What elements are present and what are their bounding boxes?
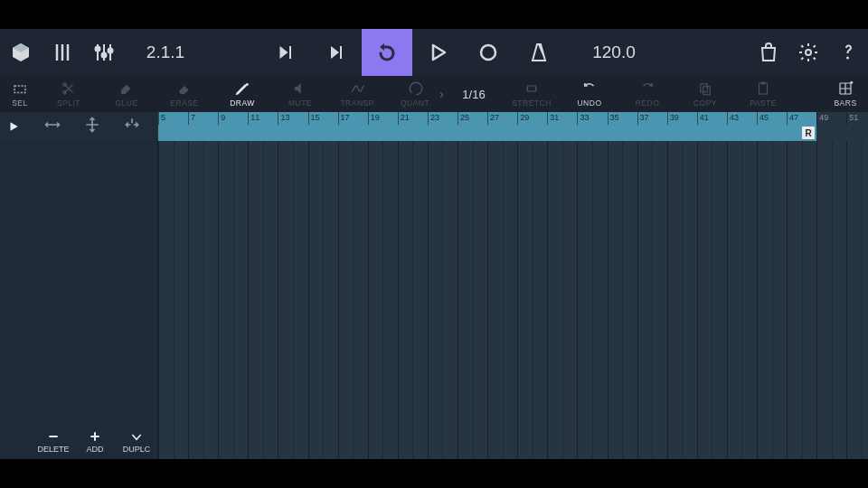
track-header xyxy=(0,112,157,141)
svg-rect-13 xyxy=(14,86,25,93)
record-icon xyxy=(477,42,499,63)
metronome-button[interactable] xyxy=(514,29,564,76)
svg-point-21 xyxy=(850,81,853,84)
ruler-tick: 41 xyxy=(697,112,709,125)
duplicate-track-button[interactable]: DUPLC xyxy=(116,429,157,454)
fx-button[interactable] xyxy=(83,29,125,76)
ruler-tick: 5 xyxy=(158,112,165,125)
tool-select[interactable]: SEL xyxy=(0,76,40,112)
sliders-icon xyxy=(93,42,115,63)
ruler-tick: 31 xyxy=(547,112,559,125)
main-area: DELETE ADD DUPLC 57911131517192123252729… xyxy=(0,112,868,459)
ruler-tick: 9 xyxy=(218,112,225,125)
tool-redo-label: REDO xyxy=(636,99,660,108)
minus-icon xyxy=(46,429,61,444)
play-button[interactable] xyxy=(412,29,463,76)
ruler-tick: 19 xyxy=(368,112,380,125)
metronome-icon xyxy=(528,42,550,63)
tool-undo[interactable]: UNDO xyxy=(561,76,618,112)
ruler-tick: 47 xyxy=(787,112,798,125)
ruler-tick: 39 xyxy=(667,112,679,125)
tool-erase[interactable]: ERASE xyxy=(156,76,213,112)
track-panel: DELETE ADD DUPLC xyxy=(0,112,157,459)
tool-redo[interactable]: REDO xyxy=(618,76,676,112)
add-track-button[interactable]: ADD xyxy=(74,429,116,454)
pencil-icon xyxy=(234,80,250,97)
ruler-tick: 25 xyxy=(458,112,469,125)
tool-paste[interactable]: PASTE xyxy=(734,76,792,112)
position-display[interactable]: 2.1.1 xyxy=(125,42,206,62)
skip-next-icon xyxy=(326,42,347,63)
tool-paste-label: PASTE xyxy=(750,99,777,108)
tool-copy[interactable]: COPY xyxy=(676,76,734,112)
tool-bars-label: BARS xyxy=(834,99,856,108)
preview-play-button[interactable] xyxy=(0,112,27,141)
ruler-tick: 17 xyxy=(338,112,350,125)
tool-split[interactable]: SPLIT xyxy=(40,76,98,112)
loop-end-marker[interactable]: R xyxy=(802,127,815,139)
mixer-button[interactable] xyxy=(42,29,83,76)
ruler-tick: 15 xyxy=(308,112,320,125)
tool-quantize-label: QUANT. xyxy=(401,99,431,108)
ruler-tick: 49 xyxy=(816,112,828,125)
ruler-tick: 35 xyxy=(608,112,619,125)
delete-track-button[interactable]: DELETE xyxy=(33,429,74,454)
hexagon-icon xyxy=(10,42,32,63)
tool-transpose[interactable]: TRANSP. xyxy=(329,76,387,112)
ruler-tick: 37 xyxy=(637,112,649,125)
skip-previous-icon xyxy=(275,42,297,63)
quantize-icon xyxy=(408,80,424,97)
tool-quantize[interactable]: QUANT. xyxy=(387,76,445,112)
shopping-bag-icon xyxy=(758,42,779,63)
tool-mute[interactable]: MUTE xyxy=(271,76,329,112)
tempo-display[interactable]: 120.0 xyxy=(564,42,664,62)
tool-stretch[interactable]: STRETCH xyxy=(503,76,561,112)
timeline-ruler[interactable]: 5791113151719212325272931333537394143454… xyxy=(157,112,868,125)
loop-bar[interactable]: R xyxy=(157,125,868,141)
loop-button[interactable] xyxy=(362,29,412,76)
gear-icon xyxy=(797,42,819,63)
duplc-label: DUPLC xyxy=(123,445,151,454)
play-small-icon xyxy=(7,120,20,133)
svg-rect-17 xyxy=(701,84,708,92)
ruler-tick: 23 xyxy=(428,112,439,125)
arrows-out-icon xyxy=(123,116,141,134)
help-button[interactable] xyxy=(828,29,868,76)
duplicate-icon xyxy=(129,429,144,444)
shop-button[interactable] xyxy=(749,29,788,76)
tool-stretch-label: STRETCH xyxy=(512,99,552,108)
svg-rect-19 xyxy=(760,83,768,94)
tool-copy-label: COPY xyxy=(693,99,717,108)
svg-point-11 xyxy=(481,45,495,60)
tool-draw[interactable]: DRAW xyxy=(213,76,271,112)
svg-point-8 xyxy=(102,53,107,58)
svg-rect-20 xyxy=(761,82,766,85)
arrangement-grid[interactable] xyxy=(157,141,868,459)
vertical-move-button[interactable] xyxy=(83,116,101,137)
skip-start-button[interactable] xyxy=(260,29,311,76)
track-actions: DELETE ADD DUPLC xyxy=(0,423,157,459)
record-button[interactable] xyxy=(463,29,514,76)
skip-end-button[interactable] xyxy=(311,29,362,76)
ruler-tick: 33 xyxy=(577,112,589,125)
snap-display[interactable]: › 1/16 xyxy=(445,76,503,112)
edit-tools xyxy=(27,116,157,137)
tool-glue-label: GLUE xyxy=(115,99,137,108)
timeline-area: 5791113151719212325272931333537394143454… xyxy=(157,112,868,459)
snap-caret-icon: › xyxy=(439,87,444,101)
svg-point-12 xyxy=(806,50,811,55)
zoom-fit-button[interactable] xyxy=(123,116,141,137)
arrows-v-icon xyxy=(83,116,101,134)
home-button[interactable] xyxy=(0,29,42,76)
ruler-tick: 45 xyxy=(757,112,769,125)
track-list[interactable] xyxy=(0,141,157,423)
ruler-tick: 43 xyxy=(727,112,739,125)
tool-bars[interactable]: BARS xyxy=(823,76,868,112)
tool-draw-label: DRAW xyxy=(230,99,255,108)
horizontal-move-button[interactable] xyxy=(43,116,61,137)
grid-icon xyxy=(837,80,854,97)
settings-button[interactable] xyxy=(788,29,828,76)
tool-glue[interactable]: GLUE xyxy=(98,76,156,112)
ruler-tick: 27 xyxy=(487,112,499,125)
delete-label: DELETE xyxy=(37,445,69,454)
